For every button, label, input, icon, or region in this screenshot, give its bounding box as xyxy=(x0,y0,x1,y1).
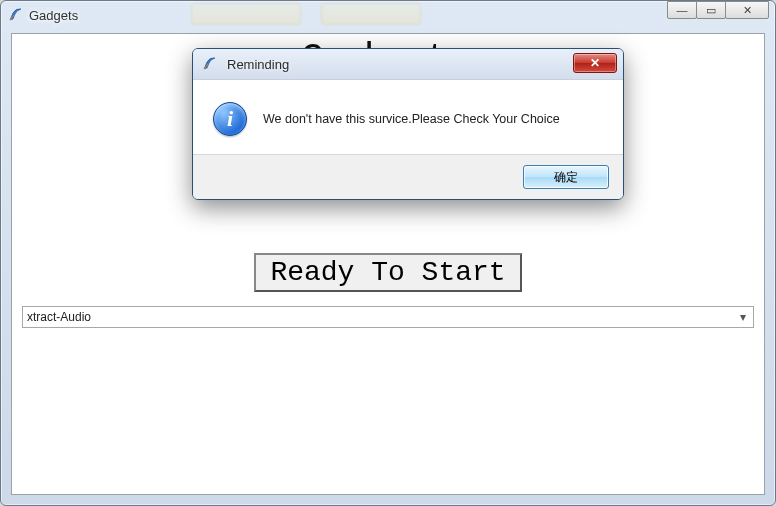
combobox-value: xtract-Audio xyxy=(27,310,91,324)
window-title: Gadgets xyxy=(29,8,78,23)
dialog-titlebar[interactable]: Reminding ✕ xyxy=(193,49,623,79)
dialog-footer: 确定 xyxy=(193,154,623,199)
dialog-feather-icon xyxy=(201,56,217,72)
dialog-close-button[interactable]: ✕ xyxy=(573,53,617,73)
minimize-button[interactable]: — xyxy=(667,1,697,19)
ok-button[interactable]: 确定 xyxy=(523,165,609,189)
minimize-icon: — xyxy=(677,4,688,16)
dialog-message: We don't have this survice.Please Check … xyxy=(263,112,560,126)
chevron-down-icon: ▾ xyxy=(735,309,751,325)
background-tab-ghost xyxy=(321,3,421,25)
app-feather-icon xyxy=(7,7,23,23)
maximize-icon: ▭ xyxy=(706,4,716,17)
info-icon: i xyxy=(213,102,247,136)
dialog-title: Reminding xyxy=(227,57,289,72)
close-button[interactable]: ✕ xyxy=(725,1,769,19)
titlebar[interactable]: Gadgets — ▭ ✕ xyxy=(1,1,775,29)
close-icon: ✕ xyxy=(743,4,752,17)
ready-to-start-button[interactable]: Ready To Start xyxy=(254,253,521,292)
dialog-body: i We don't have this survice.Please Chec… xyxy=(193,79,623,154)
service-combobox[interactable]: xtract-Audio ▾ xyxy=(22,306,754,328)
maximize-button[interactable]: ▭ xyxy=(696,1,726,19)
close-icon: ✕ xyxy=(590,56,600,70)
reminding-dialog: Reminding ✕ i We don't have this survice… xyxy=(192,48,624,200)
background-tab-ghost xyxy=(191,3,301,25)
window-controls: — ▭ ✕ xyxy=(668,1,769,19)
